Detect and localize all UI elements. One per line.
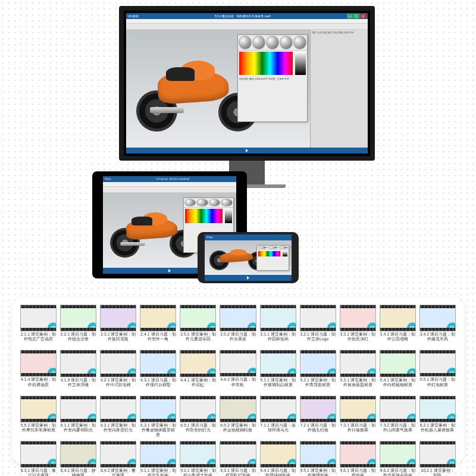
video-item[interactable]: 2.5.2 课后习题：制作水果派 xyxy=(220,305,256,346)
video-item[interactable]: 5.4.1 课堂案例：制作白蜡植物材质 xyxy=(380,350,416,392)
video-thumbnail[interactable] xyxy=(220,350,256,377)
video-thumbnail[interactable] xyxy=(419,305,456,331)
video-item[interactable]: 5.3.1 课堂案例：制作厨房器皿材质 xyxy=(340,350,376,392)
video-thumbnail[interactable] xyxy=(20,396,57,422)
video-thumbnail[interactable] xyxy=(100,396,136,422)
video-item[interactable]: 10.2.1 课堂案例：制作 xyxy=(419,441,456,476)
video-thumbnail[interactable] xyxy=(260,441,296,468)
video-thumbnail[interactable] xyxy=(100,441,136,468)
properties-panel[interactable]: 属性 名称 类型 图层 材质 颜色 透明 显示 xyxy=(310,30,368,148)
video-thumbnail[interactable] xyxy=(380,441,416,468)
video-item[interactable]: 5.1.1 课堂案例：制作玻璃制品材质 xyxy=(260,350,296,392)
window-close-button[interactable]: ✕ xyxy=(360,14,366,18)
video-thumbnail[interactable] xyxy=(220,441,256,468)
video-item[interactable]: 8.3.1 课后习题：客厅日光表现 xyxy=(20,441,57,476)
video-thumbnail[interactable] xyxy=(340,441,376,468)
video-item[interactable]: 9.2.1 课堂案例：制作小鱼游弋动画 xyxy=(180,441,216,476)
video-thumbnail[interactable] xyxy=(140,396,176,422)
video-item[interactable]: 9.6.1 课后习题：制作动画 xyxy=(340,441,376,476)
video-thumbnail[interactable] xyxy=(260,396,296,422)
video-thumbnail[interactable] xyxy=(300,441,336,468)
video-thumbnail[interactable] xyxy=(20,305,57,331)
video-thumbnail[interactable] xyxy=(60,350,96,377)
video-item[interactable]: 9.4.1 课后习题：制作壁挂钟动画 xyxy=(260,441,296,476)
material-swatch[interactable] xyxy=(266,36,279,49)
video-item[interactable]: 7.3.2 课后习题：制作山间雾气效果 xyxy=(380,396,416,437)
video-item[interactable]: 2.5.1 课堂案例：制作儿童游乐园 xyxy=(180,305,216,346)
video-thumbnail[interactable] xyxy=(100,305,136,331)
material-swatch[interactable] xyxy=(293,36,306,49)
video-thumbnail[interactable] xyxy=(300,396,336,422)
video-item[interactable]: 9.5.1 课堂案例：制作表情动画 xyxy=(300,441,336,476)
video-item[interactable]: 6.5.1 课后习题：制作卧室的灯光 xyxy=(180,396,216,437)
video-item[interactable]: 9.1.1 课堂案例：制作片头动画 xyxy=(140,441,176,476)
video-thumbnail[interactable] xyxy=(220,305,256,331)
video-thumbnail[interactable] xyxy=(419,396,456,422)
video-item[interactable]: 8.4.1 课后习题：静物表现 xyxy=(60,441,96,476)
material-swatches[interactable] xyxy=(238,35,306,51)
video-thumbnail[interactable] xyxy=(20,350,57,377)
video-thumbnail[interactable] xyxy=(220,396,256,422)
video-thumbnail[interactable] xyxy=(20,441,57,468)
video-thumbnail[interactable] xyxy=(60,396,96,422)
hue-gradient[interactable] xyxy=(239,52,293,75)
video-item[interactable]: 3.4.1 课后习题：制作公园增椅 xyxy=(380,305,416,346)
video-item[interactable]: 6.3.1 课堂案例：制作餐桌物体暖景材质 xyxy=(140,396,176,437)
video-thumbnail[interactable] xyxy=(60,441,96,468)
video-item[interactable]: 4.1.9 课后习题：制作立体浮雕 xyxy=(60,350,96,392)
video-item[interactable]: 4.4.2 课后习题：制作衣柜 xyxy=(220,350,256,392)
material-swatch[interactable] xyxy=(239,36,252,49)
material-swatch[interactable] xyxy=(252,36,265,49)
video-item[interactable]: 7.2.1 课后习题：制作镜头特效 xyxy=(300,396,336,437)
video-item[interactable]: 9.6.2 课后习题：制作汽车撞击动画 xyxy=(380,441,416,476)
video-item[interactable]: 6.5.2 课堂案例：制作运动模糊特效 xyxy=(220,396,256,437)
video-thumbnail[interactable] xyxy=(340,396,376,422)
video-thumbnail[interactable] xyxy=(260,305,296,331)
video-item[interactable]: 4.4.1 课堂案例：制作浴缸 xyxy=(180,350,216,392)
toolbar[interactable] xyxy=(126,24,368,30)
play-icon[interactable] xyxy=(246,149,248,152)
video-item[interactable]: 3.4.2 课后习题：制作藤花吊风 xyxy=(419,305,456,346)
video-thumbnail[interactable] xyxy=(180,350,216,377)
viewport-3d[interactable]: 材质属性 颜色 RGB 反射率 透明度 光泽度 环境 xyxy=(126,30,310,148)
video-thumbnail[interactable] xyxy=(140,350,176,377)
playback-bar[interactable] xyxy=(126,148,368,154)
video-thumbnail[interactable] xyxy=(340,350,376,377)
video-thumbnail[interactable] xyxy=(340,305,376,331)
video-thumbnail[interactable] xyxy=(140,305,176,331)
video-item[interactable]: 6.2.1 课堂案例：制作室内夜景灯光 xyxy=(100,396,136,437)
video-thumbnail[interactable] xyxy=(380,350,416,377)
video-item[interactable]: 3.3.1 课堂案例：制作创意演灯 xyxy=(340,305,376,346)
video-thumbnail[interactable] xyxy=(380,396,416,422)
video-thumbnail[interactable] xyxy=(180,396,216,422)
color-picker[interactable] xyxy=(238,51,306,76)
video-item[interactable]: 6.1.1 课堂案例：制作室内柔和阳光 xyxy=(60,396,96,437)
video-thumbnail[interactable] xyxy=(419,350,456,377)
video-thumbnail[interactable] xyxy=(60,305,96,331)
video-thumbnail[interactable] xyxy=(180,305,216,331)
video-thumbnail[interactable] xyxy=(100,350,136,377)
video-item[interactable]: 3.1.1 课堂案例：制作园林动画 xyxy=(260,305,296,346)
video-item[interactable]: 3.2.1 课后习题：制作立体Logo xyxy=(300,305,336,346)
video-thumbnail[interactable] xyxy=(260,350,296,377)
video-thumbnail[interactable] xyxy=(140,441,176,468)
window-max-button[interactable]: ▢ xyxy=(353,14,359,18)
video-thumbnail[interactable] xyxy=(419,441,456,468)
video-item[interactable]: 2.3.1 课堂案例：制作旋转花瓶 xyxy=(100,305,136,346)
video-item[interactable]: 2.1.1 课堂案例：制作电竞广告场景 xyxy=(20,305,57,346)
video-item[interactable]: 5.5.1 课后习题：制作灯泡材质 xyxy=(419,350,456,392)
video-thumbnail[interactable] xyxy=(180,441,216,468)
video-item[interactable]: 2.4.1 课后习题：制作室外一角 xyxy=(140,305,176,346)
video-item[interactable]: 4.2.1 课堂案例：制作中式软包椅 xyxy=(100,350,136,392)
material-swatch[interactable] xyxy=(280,36,293,49)
video-item[interactable]: 4.1.4 课堂案例：制作荷塘场景 xyxy=(20,350,57,392)
video-item[interactable]: 8.2.1 课堂案例：制作机器人展馆效果 xyxy=(419,396,456,437)
menubar[interactable] xyxy=(126,19,368,24)
value-gradient[interactable] xyxy=(295,52,305,75)
video-item[interactable]: 5.5.2 课堂案例：制作摩托车车身材质 xyxy=(20,396,57,437)
video-item[interactable]: 4.3.1 课后习题：制作现代台模型 xyxy=(140,350,176,392)
video-item[interactable]: 8.4.2 课堂案例：餐厅表现 xyxy=(100,441,136,476)
video-item[interactable]: 2.2.1 课后习题：制作组合沙发 xyxy=(60,305,96,346)
video-thumbnail[interactable] xyxy=(300,305,336,331)
video-item[interactable]: 9.3.1 课后习题：制作霓虹灯动画 xyxy=(220,441,256,476)
